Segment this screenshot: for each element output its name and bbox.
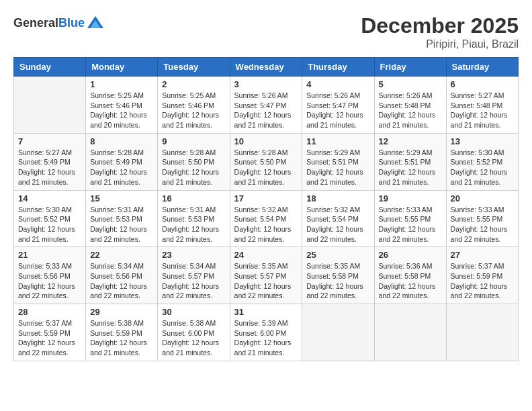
- day-info: Sunrise: 5:30 AM Sunset: 5:52 PM Dayligh…: [451, 148, 514, 187]
- day-number: 11: [306, 136, 369, 146]
- day-number: 3: [234, 79, 298, 89]
- calendar-cell: 19Sunrise: 5:33 AM Sunset: 5:55 PM Dayli…: [374, 190, 446, 247]
- calendar-cell: 9Sunrise: 5:28 AM Sunset: 5:50 PM Daylig…: [158, 133, 230, 190]
- calendar-cell: [14, 77, 86, 134]
- day-number: 22: [90, 250, 153, 260]
- day-number: 1: [90, 79, 153, 89]
- calendar-week-row: 21Sunrise: 5:33 AM Sunset: 5:56 PM Dayli…: [14, 247, 519, 304]
- day-number: 28: [18, 307, 81, 317]
- day-number: 8: [90, 136, 153, 146]
- calendar-cell: 12Sunrise: 5:29 AM Sunset: 5:51 PM Dayli…: [374, 133, 446, 190]
- calendar-cell: 26Sunrise: 5:36 AM Sunset: 5:58 PM Dayli…: [374, 247, 446, 304]
- calendar-cell: 17Sunrise: 5:32 AM Sunset: 5:54 PM Dayli…: [230, 190, 302, 247]
- calendar-cell: 28Sunrise: 5:37 AM Sunset: 5:59 PM Dayli…: [14, 304, 86, 361]
- calendar-header-row: SundayMondayTuesdayWednesdayThursdayFrid…: [14, 58, 519, 77]
- calendar-week-row: 7Sunrise: 5:27 AM Sunset: 5:49 PM Daylig…: [14, 133, 519, 190]
- title-section: December 2025 Piripiri, Piaui, Brazil: [361, 13, 519, 50]
- day-info: Sunrise: 5:34 AM Sunset: 5:57 PM Dayligh…: [162, 261, 225, 301]
- location-title: Piripiri, Piaui, Brazil: [361, 38, 519, 50]
- day-info: Sunrise: 5:27 AM Sunset: 5:48 PM Dayligh…: [451, 91, 514, 130]
- calendar-cell: [302, 304, 374, 361]
- day-info: Sunrise: 5:32 AM Sunset: 5:54 PM Dayligh…: [234, 205, 298, 244]
- day-number: 7: [18, 136, 81, 146]
- calendar-cell: 27Sunrise: 5:37 AM Sunset: 5:59 PM Dayli…: [446, 247, 518, 304]
- weekday-header: Thursday: [302, 58, 374, 77]
- calendar-cell: 23Sunrise: 5:34 AM Sunset: 5:57 PM Dayli…: [158, 247, 230, 304]
- day-number: 18: [306, 193, 369, 203]
- day-number: 27: [451, 250, 514, 260]
- day-info: Sunrise: 5:26 AM Sunset: 5:48 PM Dayligh…: [379, 91, 442, 130]
- day-info: Sunrise: 5:35 AM Sunset: 5:58 PM Dayligh…: [306, 261, 369, 301]
- calendar-cell: 7Sunrise: 5:27 AM Sunset: 5:49 PM Daylig…: [14, 133, 86, 190]
- weekday-header: Friday: [374, 58, 446, 77]
- logo-text-general: GeneralBlue: [13, 16, 85, 30]
- page-header: GeneralBlue December 2025 Piripiri, Piau…: [13, 13, 519, 50]
- month-title: December 2025: [361, 13, 519, 38]
- day-number: 16: [162, 193, 225, 203]
- day-number: 15: [90, 193, 153, 203]
- day-number: 5: [379, 79, 442, 89]
- calendar-cell: 13Sunrise: 5:30 AM Sunset: 5:52 PM Dayli…: [446, 133, 518, 190]
- calendar-cell: 18Sunrise: 5:32 AM Sunset: 5:54 PM Dayli…: [302, 190, 374, 247]
- calendar-cell: 21Sunrise: 5:33 AM Sunset: 5:56 PM Dayli…: [14, 247, 86, 304]
- logo-icon: [86, 13, 105, 32]
- calendar-cell: 5Sunrise: 5:26 AM Sunset: 5:48 PM Daylig…: [374, 77, 446, 134]
- day-info: Sunrise: 5:29 AM Sunset: 5:51 PM Dayligh…: [379, 148, 442, 187]
- day-info: Sunrise: 5:31 AM Sunset: 5:53 PM Dayligh…: [162, 205, 225, 244]
- day-info: Sunrise: 5:35 AM Sunset: 5:57 PM Dayligh…: [234, 261, 298, 301]
- day-info: Sunrise: 5:29 AM Sunset: 5:51 PM Dayligh…: [306, 148, 369, 187]
- calendar-cell: 24Sunrise: 5:35 AM Sunset: 5:57 PM Dayli…: [230, 247, 302, 304]
- day-number: 2: [162, 79, 225, 89]
- day-info: Sunrise: 5:28 AM Sunset: 5:50 PM Dayligh…: [234, 148, 298, 187]
- calendar-cell: 22Sunrise: 5:34 AM Sunset: 5:56 PM Dayli…: [86, 247, 158, 304]
- calendar-week-row: 1Sunrise: 5:25 AM Sunset: 5:46 PM Daylig…: [14, 77, 519, 134]
- calendar-cell: 15Sunrise: 5:31 AM Sunset: 5:53 PM Dayli…: [86, 190, 158, 247]
- weekday-header: Sunday: [14, 58, 86, 77]
- day-info: Sunrise: 5:38 AM Sunset: 5:59 PM Dayligh…: [90, 318, 153, 358]
- day-info: Sunrise: 5:33 AM Sunset: 5:56 PM Dayligh…: [18, 261, 81, 301]
- calendar-cell: [374, 304, 446, 361]
- day-info: Sunrise: 5:27 AM Sunset: 5:49 PM Dayligh…: [18, 148, 81, 187]
- day-info: Sunrise: 5:25 AM Sunset: 5:46 PM Dayligh…: [162, 91, 225, 130]
- calendar-cell: [446, 304, 518, 361]
- day-info: Sunrise: 5:33 AM Sunset: 5:55 PM Dayligh…: [379, 205, 442, 244]
- day-number: 29: [90, 307, 153, 317]
- calendar-cell: 1Sunrise: 5:25 AM Sunset: 5:46 PM Daylig…: [86, 77, 158, 134]
- day-number: 25: [306, 250, 369, 260]
- day-info: Sunrise: 5:28 AM Sunset: 5:50 PM Dayligh…: [162, 148, 225, 187]
- day-info: Sunrise: 5:34 AM Sunset: 5:56 PM Dayligh…: [90, 261, 153, 301]
- day-info: Sunrise: 5:37 AM Sunset: 5:59 PM Dayligh…: [18, 318, 81, 358]
- weekday-header: Tuesday: [158, 58, 230, 77]
- calendar-cell: 30Sunrise: 5:38 AM Sunset: 6:00 PM Dayli…: [158, 304, 230, 361]
- calendar-table: SundayMondayTuesdayWednesdayThursdayFrid…: [13, 57, 519, 361]
- day-number: 21: [18, 250, 81, 260]
- calendar-cell: 10Sunrise: 5:28 AM Sunset: 5:50 PM Dayli…: [230, 133, 302, 190]
- day-info: Sunrise: 5:37 AM Sunset: 5:59 PM Dayligh…: [451, 261, 514, 301]
- day-number: 12: [379, 136, 442, 146]
- calendar-cell: 20Sunrise: 5:33 AM Sunset: 5:55 PM Dayli…: [446, 190, 518, 247]
- weekday-header: Monday: [86, 58, 158, 77]
- day-number: 17: [234, 193, 298, 203]
- calendar-cell: 29Sunrise: 5:38 AM Sunset: 5:59 PM Dayli…: [86, 304, 158, 361]
- day-number: 23: [162, 250, 225, 260]
- calendar-week-row: 14Sunrise: 5:30 AM Sunset: 5:52 PM Dayli…: [14, 190, 519, 247]
- day-info: Sunrise: 5:28 AM Sunset: 5:49 PM Dayligh…: [90, 148, 153, 187]
- day-number: 20: [451, 193, 514, 203]
- calendar-cell: 4Sunrise: 5:26 AM Sunset: 5:47 PM Daylig…: [302, 77, 374, 134]
- day-number: 26: [379, 250, 442, 260]
- day-info: Sunrise: 5:30 AM Sunset: 5:52 PM Dayligh…: [18, 205, 81, 244]
- calendar-cell: 14Sunrise: 5:30 AM Sunset: 5:52 PM Dayli…: [14, 190, 86, 247]
- calendar-cell: 31Sunrise: 5:39 AM Sunset: 6:00 PM Dayli…: [230, 304, 302, 361]
- calendar-cell: 25Sunrise: 5:35 AM Sunset: 5:58 PM Dayli…: [302, 247, 374, 304]
- day-info: Sunrise: 5:32 AM Sunset: 5:54 PM Dayligh…: [306, 205, 369, 244]
- day-number: 6: [451, 79, 514, 89]
- day-number: 4: [306, 79, 369, 89]
- day-number: 14: [18, 193, 81, 203]
- day-info: Sunrise: 5:26 AM Sunset: 5:47 PM Dayligh…: [234, 91, 298, 130]
- day-number: 10: [234, 136, 298, 146]
- day-info: Sunrise: 5:26 AM Sunset: 5:47 PM Dayligh…: [306, 91, 369, 130]
- weekday-header: Wednesday: [230, 58, 302, 77]
- calendar-week-row: 28Sunrise: 5:37 AM Sunset: 5:59 PM Dayli…: [14, 304, 519, 361]
- calendar-cell: 6Sunrise: 5:27 AM Sunset: 5:48 PM Daylig…: [446, 77, 518, 134]
- day-number: 24: [234, 250, 298, 260]
